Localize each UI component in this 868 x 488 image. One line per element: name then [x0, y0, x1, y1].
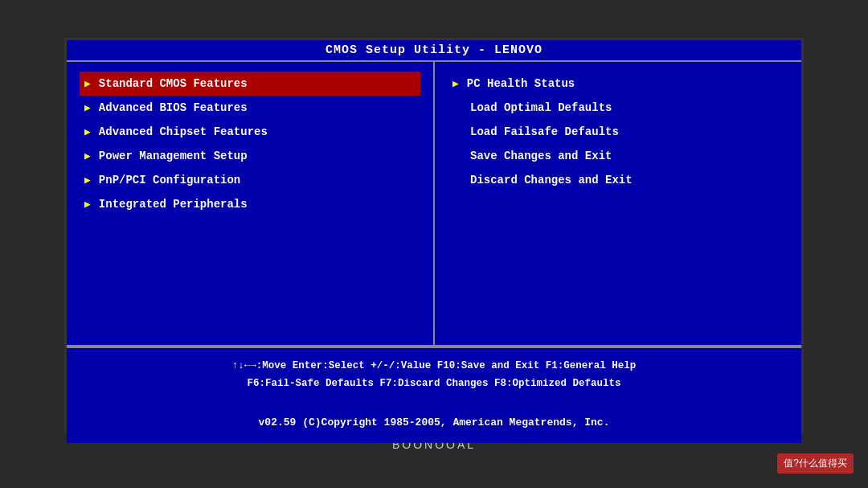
watermark: 值?什么值得买	[777, 453, 854, 474]
right-menu-item-3[interactable]: Save Changes and Exit	[448, 144, 788, 168]
left-menu-label-0: Standard CMOS Features	[99, 77, 248, 90]
left-menu-label-5: Integrated Peripherals	[99, 198, 248, 211]
right-menu-label-3: Save Changes and Exit	[470, 150, 612, 162]
right-menu-label-4: Discard Changes and Exit	[470, 174, 633, 187]
left-panel: ▶Standard CMOS Features▶Advanced BIOS Fe…	[67, 62, 435, 345]
right-menu-item-0[interactable]: ▶PC Health Status	[448, 72, 788, 96]
left-menu-label-1: Advanced BIOS Features	[99, 101, 248, 114]
left-menu-item-3[interactable]: ▶Power Management Setup	[80, 144, 420, 168]
arrow-icon-right-0: ▶	[452, 77, 459, 90]
left-menu-label-2: Advanced Chipset Features	[99, 125, 268, 138]
right-menu-label-2: Load Failsafe Defaults	[470, 125, 619, 138]
left-menu-item-5[interactable]: ▶Integrated Peripherals	[80, 192, 420, 216]
monitor: CMOS Setup Utility - LENOVO ▶Standard CM…	[0, 0, 868, 488]
version-bar: v02.59 (C)Copyright 1985-2005, American …	[67, 403, 801, 443]
left-menu-item-1[interactable]: ▶Advanced BIOS Features	[80, 96, 420, 120]
left-menu-item-4[interactable]: ▶PnP/PCI Configuration	[80, 168, 420, 192]
version-text: v02.59 (C)Copyright 1985-2005, American …	[259, 416, 610, 429]
left-menu-item-0[interactable]: ▶Standard CMOS Features	[80, 72, 420, 96]
main-area: ▶Standard CMOS Features▶Advanced BIOS Fe…	[67, 62, 801, 347]
arrow-icon-left-1: ▶	[84, 101, 91, 114]
left-menu-label-3: Power Management Setup	[99, 150, 248, 162]
bottom-line-2: F6:Fail-Safe Defaults F7:Discard Changes…	[80, 375, 788, 392]
right-menu-label-1: Load Optimal Defaults	[470, 101, 612, 114]
right-menu-item-1[interactable]: Load Optimal Defaults	[448, 96, 788, 120]
arrow-icon-left-0: ▶	[84, 77, 91, 90]
bottom-line-1: ↑↓←→:Move Enter:Select +/-/:Value F10:Sa…	[80, 358, 788, 375]
right-menu-item-2[interactable]: Load Failsafe Defaults	[448, 120, 788, 144]
bios-screen: CMOS Setup Utility - LENOVO ▶Standard CM…	[64, 38, 804, 432]
right-panel: ▶PC Health StatusLoad Optimal DefaultsLo…	[435, 62, 801, 345]
arrow-icon-left-4: ▶	[84, 174, 91, 187]
right-menu-item-4[interactable]: Discard Changes and Exit	[448, 168, 788, 192]
arrow-icon-left-3: ▶	[84, 150, 91, 162]
title-text: CMOS Setup Utility - LENOVO	[326, 43, 542, 57]
bottom-bar: ↑↓←→:Move Enter:Select +/-/:Value F10:Sa…	[67, 347, 801, 403]
left-menu-label-4: PnP/PCI Configuration	[99, 174, 240, 187]
arrow-icon-left-5: ▶	[84, 198, 91, 211]
left-menu-item-2[interactable]: ▶Advanced Chipset Features	[80, 120, 420, 144]
arrow-icon-left-2: ▶	[84, 125, 91, 138]
right-menu-label-0: PC Health Status	[467, 77, 575, 90]
title-bar: CMOS Setup Utility - LENOVO	[67, 40, 801, 62]
